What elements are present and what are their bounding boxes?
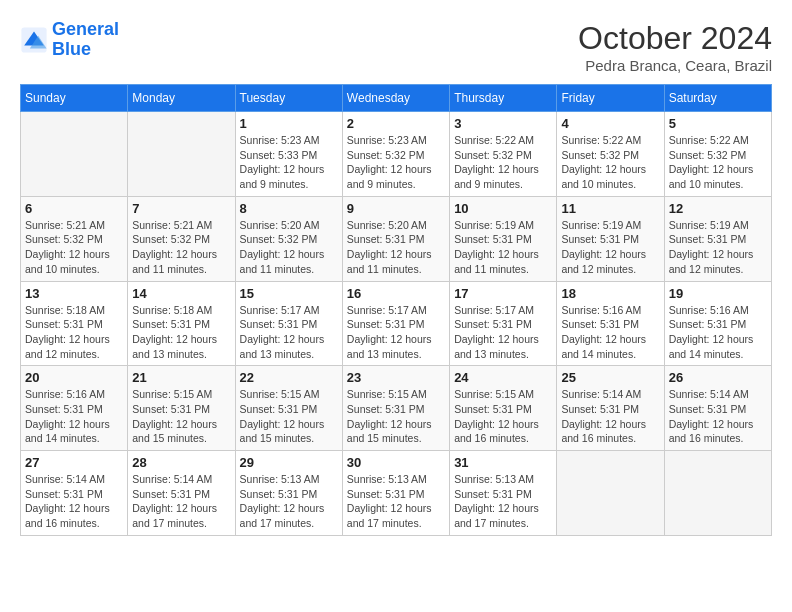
- day-cell: 9Sunrise: 5:20 AM Sunset: 5:31 PM Daylig…: [342, 196, 449, 281]
- day-number: 15: [240, 286, 338, 301]
- day-info: Sunrise: 5:22 AM Sunset: 5:32 PM Dayligh…: [669, 133, 767, 192]
- day-number: 24: [454, 370, 552, 385]
- day-info: Sunrise: 5:17 AM Sunset: 5:31 PM Dayligh…: [454, 303, 552, 362]
- day-cell: 23Sunrise: 5:15 AM Sunset: 5:31 PM Dayli…: [342, 366, 449, 451]
- day-cell: 24Sunrise: 5:15 AM Sunset: 5:31 PM Dayli…: [450, 366, 557, 451]
- header-cell-tuesday: Tuesday: [235, 85, 342, 112]
- day-number: 19: [669, 286, 767, 301]
- calendar-header: SundayMondayTuesdayWednesdayThursdayFrid…: [21, 85, 772, 112]
- day-number: 2: [347, 116, 445, 131]
- day-number: 16: [347, 286, 445, 301]
- day-cell: 26Sunrise: 5:14 AM Sunset: 5:31 PM Dayli…: [664, 366, 771, 451]
- day-number: 31: [454, 455, 552, 470]
- day-info: Sunrise: 5:15 AM Sunset: 5:31 PM Dayligh…: [454, 387, 552, 446]
- day-cell: [128, 112, 235, 197]
- day-number: 26: [669, 370, 767, 385]
- day-info: Sunrise: 5:21 AM Sunset: 5:32 PM Dayligh…: [25, 218, 123, 277]
- week-row-4: 20Sunrise: 5:16 AM Sunset: 5:31 PM Dayli…: [21, 366, 772, 451]
- day-number: 1: [240, 116, 338, 131]
- day-number: 28: [132, 455, 230, 470]
- day-number: 13: [25, 286, 123, 301]
- week-row-3: 13Sunrise: 5:18 AM Sunset: 5:31 PM Dayli…: [21, 281, 772, 366]
- day-info: Sunrise: 5:16 AM Sunset: 5:31 PM Dayligh…: [561, 303, 659, 362]
- day-cell: 6Sunrise: 5:21 AM Sunset: 5:32 PM Daylig…: [21, 196, 128, 281]
- week-row-5: 27Sunrise: 5:14 AM Sunset: 5:31 PM Dayli…: [21, 451, 772, 536]
- logo-text: General Blue: [52, 20, 119, 60]
- day-cell: 31Sunrise: 5:13 AM Sunset: 5:31 PM Dayli…: [450, 451, 557, 536]
- day-number: 29: [240, 455, 338, 470]
- calendar-body: 1Sunrise: 5:23 AM Sunset: 5:33 PM Daylig…: [21, 112, 772, 536]
- day-cell: [557, 451, 664, 536]
- day-cell: 15Sunrise: 5:17 AM Sunset: 5:31 PM Dayli…: [235, 281, 342, 366]
- day-number: 21: [132, 370, 230, 385]
- day-number: 30: [347, 455, 445, 470]
- day-number: 12: [669, 201, 767, 216]
- day-cell: 29Sunrise: 5:13 AM Sunset: 5:31 PM Dayli…: [235, 451, 342, 536]
- calendar-table: SundayMondayTuesdayWednesdayThursdayFrid…: [20, 84, 772, 536]
- day-info: Sunrise: 5:14 AM Sunset: 5:31 PM Dayligh…: [132, 472, 230, 531]
- day-number: 9: [347, 201, 445, 216]
- day-info: Sunrise: 5:13 AM Sunset: 5:31 PM Dayligh…: [347, 472, 445, 531]
- day-cell: 7Sunrise: 5:21 AM Sunset: 5:32 PM Daylig…: [128, 196, 235, 281]
- day-cell: 27Sunrise: 5:14 AM Sunset: 5:31 PM Dayli…: [21, 451, 128, 536]
- day-cell: 3Sunrise: 5:22 AM Sunset: 5:32 PM Daylig…: [450, 112, 557, 197]
- week-row-2: 6Sunrise: 5:21 AM Sunset: 5:32 PM Daylig…: [21, 196, 772, 281]
- day-info: Sunrise: 5:16 AM Sunset: 5:31 PM Dayligh…: [669, 303, 767, 362]
- month-title: October 2024: [578, 20, 772, 57]
- day-cell: 11Sunrise: 5:19 AM Sunset: 5:31 PM Dayli…: [557, 196, 664, 281]
- day-cell: 20Sunrise: 5:16 AM Sunset: 5:31 PM Dayli…: [21, 366, 128, 451]
- day-number: 7: [132, 201, 230, 216]
- day-cell: 25Sunrise: 5:14 AM Sunset: 5:31 PM Dayli…: [557, 366, 664, 451]
- day-info: Sunrise: 5:19 AM Sunset: 5:31 PM Dayligh…: [454, 218, 552, 277]
- day-number: 25: [561, 370, 659, 385]
- header-row: SundayMondayTuesdayWednesdayThursdayFrid…: [21, 85, 772, 112]
- day-cell: 19Sunrise: 5:16 AM Sunset: 5:31 PM Dayli…: [664, 281, 771, 366]
- day-cell: 4Sunrise: 5:22 AM Sunset: 5:32 PM Daylig…: [557, 112, 664, 197]
- day-cell: 17Sunrise: 5:17 AM Sunset: 5:31 PM Dayli…: [450, 281, 557, 366]
- day-info: Sunrise: 5:13 AM Sunset: 5:31 PM Dayligh…: [454, 472, 552, 531]
- day-cell: 8Sunrise: 5:20 AM Sunset: 5:32 PM Daylig…: [235, 196, 342, 281]
- day-cell: [21, 112, 128, 197]
- location-subtitle: Pedra Branca, Ceara, Brazil: [578, 57, 772, 74]
- day-number: 5: [669, 116, 767, 131]
- header-cell-wednesday: Wednesday: [342, 85, 449, 112]
- day-number: 17: [454, 286, 552, 301]
- day-cell: [664, 451, 771, 536]
- day-number: 4: [561, 116, 659, 131]
- day-cell: 12Sunrise: 5:19 AM Sunset: 5:31 PM Dayli…: [664, 196, 771, 281]
- day-number: 8: [240, 201, 338, 216]
- day-number: 3: [454, 116, 552, 131]
- day-number: 11: [561, 201, 659, 216]
- day-info: Sunrise: 5:19 AM Sunset: 5:31 PM Dayligh…: [561, 218, 659, 277]
- day-cell: 18Sunrise: 5:16 AM Sunset: 5:31 PM Dayli…: [557, 281, 664, 366]
- day-info: Sunrise: 5:15 AM Sunset: 5:31 PM Dayligh…: [132, 387, 230, 446]
- day-info: Sunrise: 5:18 AM Sunset: 5:31 PM Dayligh…: [132, 303, 230, 362]
- day-number: 27: [25, 455, 123, 470]
- day-info: Sunrise: 5:21 AM Sunset: 5:32 PM Dayligh…: [132, 218, 230, 277]
- header-cell-sunday: Sunday: [21, 85, 128, 112]
- header-cell-saturday: Saturday: [664, 85, 771, 112]
- day-info: Sunrise: 5:15 AM Sunset: 5:31 PM Dayligh…: [240, 387, 338, 446]
- day-info: Sunrise: 5:16 AM Sunset: 5:31 PM Dayligh…: [25, 387, 123, 446]
- day-info: Sunrise: 5:14 AM Sunset: 5:31 PM Dayligh…: [25, 472, 123, 531]
- day-number: 20: [25, 370, 123, 385]
- header-cell-thursday: Thursday: [450, 85, 557, 112]
- day-cell: 22Sunrise: 5:15 AM Sunset: 5:31 PM Dayli…: [235, 366, 342, 451]
- day-info: Sunrise: 5:14 AM Sunset: 5:31 PM Dayligh…: [669, 387, 767, 446]
- day-info: Sunrise: 5:13 AM Sunset: 5:31 PM Dayligh…: [240, 472, 338, 531]
- day-info: Sunrise: 5:14 AM Sunset: 5:31 PM Dayligh…: [561, 387, 659, 446]
- page-header: General Blue October 2024 Pedra Branca, …: [20, 20, 772, 74]
- day-number: 6: [25, 201, 123, 216]
- day-info: Sunrise: 5:22 AM Sunset: 5:32 PM Dayligh…: [561, 133, 659, 192]
- logo: General Blue: [20, 20, 119, 60]
- day-cell: 13Sunrise: 5:18 AM Sunset: 5:31 PM Dayli…: [21, 281, 128, 366]
- day-info: Sunrise: 5:18 AM Sunset: 5:31 PM Dayligh…: [25, 303, 123, 362]
- day-cell: 21Sunrise: 5:15 AM Sunset: 5:31 PM Dayli…: [128, 366, 235, 451]
- day-number: 14: [132, 286, 230, 301]
- day-info: Sunrise: 5:17 AM Sunset: 5:31 PM Dayligh…: [240, 303, 338, 362]
- logo-icon: [20, 26, 48, 54]
- day-cell: 2Sunrise: 5:23 AM Sunset: 5:32 PM Daylig…: [342, 112, 449, 197]
- day-number: 22: [240, 370, 338, 385]
- day-info: Sunrise: 5:17 AM Sunset: 5:31 PM Dayligh…: [347, 303, 445, 362]
- day-cell: 16Sunrise: 5:17 AM Sunset: 5:31 PM Dayli…: [342, 281, 449, 366]
